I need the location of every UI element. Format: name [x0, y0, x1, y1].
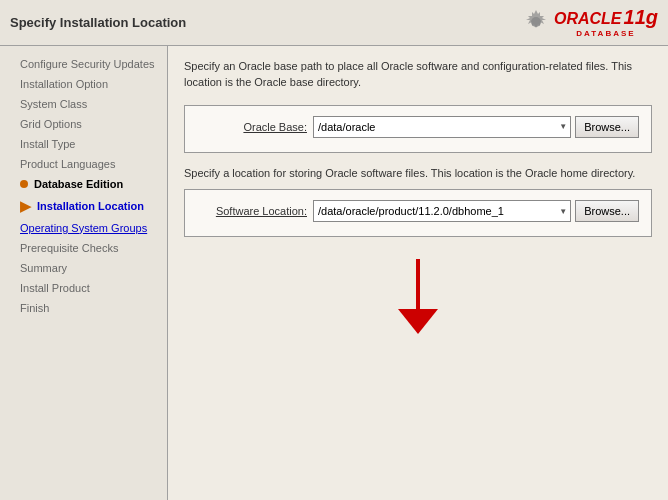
title-bar: Specify Installation Location ORACLE 11g… — [0, 0, 668, 46]
oracle-base-label: Oracle Base: — [197, 121, 307, 133]
sidebar-label-grid-options: Grid Options — [20, 118, 82, 130]
sidebar-label-install-type: Install Type — [20, 138, 75, 150]
sidebar-item-finish: Finish — [0, 298, 167, 318]
main-description: Specify an Oracle base path to place all… — [184, 58, 652, 91]
red-arrow-indicator — [388, 259, 448, 339]
sidebar-label-installation-location: Installation Location — [37, 200, 144, 212]
oracle-base-section: Oracle Base: /data/oracle Browse... — [184, 105, 652, 153]
software-location-select[interactable]: /data/oracle/product/11.2.0/dbhome_1 — [313, 200, 571, 222]
sidebar-item-prerequisite-checks: Prerequisite Checks — [0, 238, 167, 258]
oracle-base-browse-button[interactable]: Browse... — [575, 116, 639, 138]
software-location-browse-button[interactable]: Browse... — [575, 200, 639, 222]
sidebar-label-summary: Summary — [20, 262, 67, 274]
sidebar-item-installation-location[interactable]: ▶ Installation Location — [0, 194, 167, 218]
sidebar-item-install-type: Install Type — [0, 134, 167, 154]
sidebar-item-product-languages: Product Languages — [0, 154, 167, 174]
software-location-label: Software Location: — [197, 205, 307, 217]
software-location-select-wrapper[interactable]: /data/oracle/product/11.2.0/dbhome_1 — [313, 200, 571, 222]
sidebar-label-finish: Finish — [20, 302, 49, 314]
sidebar-item-configure-security: Configure Security Updates — [0, 54, 167, 74]
oracle-base-select-wrapper[interactable]: /data/oracle — [313, 116, 571, 138]
software-location-row: Software Location: /data/oracle/product/… — [197, 200, 639, 222]
software-location-section: Software Location: /data/oracle/product/… — [184, 189, 652, 237]
sidebar-label-operating-system-groups: Operating System Groups — [20, 222, 147, 234]
current-arrow: ▶ — [20, 198, 31, 214]
sidebar-item-summary: Summary — [0, 258, 167, 278]
sidebar-label-install-product: Install Product — [20, 282, 90, 294]
oracle-base-input-container: /data/oracle Browse... — [313, 116, 639, 138]
arrow-area — [184, 249, 652, 349]
content-area: Specify an Oracle base path to place all… — [168, 46, 668, 500]
sidebar-item-install-product: Install Product — [0, 278, 167, 298]
sidebar-item-system-class: System Class — [0, 94, 167, 114]
oracle-database-text: DATABASE — [576, 29, 635, 39]
sidebar-item-database-edition: Database Edition — [0, 174, 167, 194]
oracle-base-row: Oracle Base: /data/oracle Browse... — [197, 116, 639, 138]
oracle-base-select[interactable]: /data/oracle — [313, 116, 571, 138]
active-dot — [20, 180, 28, 188]
gear-icon — [522, 8, 550, 36]
oracle-version: 11g — [624, 6, 658, 29]
page-title: Specify Installation Location — [10, 15, 186, 30]
sidebar-label-database-edition: Database Edition — [34, 178, 123, 190]
sidebar-label-prerequisite-checks: Prerequisite Checks — [20, 242, 118, 254]
sidebar: Configure Security Updates Installation … — [0, 46, 168, 500]
sidebar-item-operating-system-groups[interactable]: Operating System Groups — [0, 218, 167, 238]
sidebar-item-installation-option: Installation Option — [0, 74, 167, 94]
main-container: Configure Security Updates Installation … — [0, 46, 668, 500]
svg-marker-2 — [398, 309, 438, 334]
sidebar-label-configure-security: Configure Security Updates — [20, 58, 155, 70]
oracle-name: ORACLE — [554, 10, 622, 28]
sidebar-label-system-class: System Class — [20, 98, 87, 110]
sub-description: Specify a location for storing Oracle so… — [184, 165, 652, 182]
software-location-input-container: /data/oracle/product/11.2.0/dbhome_1 Bro… — [313, 200, 639, 222]
oracle-logo: ORACLE 11g DATABASE — [522, 6, 658, 39]
sidebar-label-installation-option: Installation Option — [20, 78, 108, 90]
sidebar-item-grid-options: Grid Options — [0, 114, 167, 134]
sidebar-label-product-languages: Product Languages — [20, 158, 115, 170]
